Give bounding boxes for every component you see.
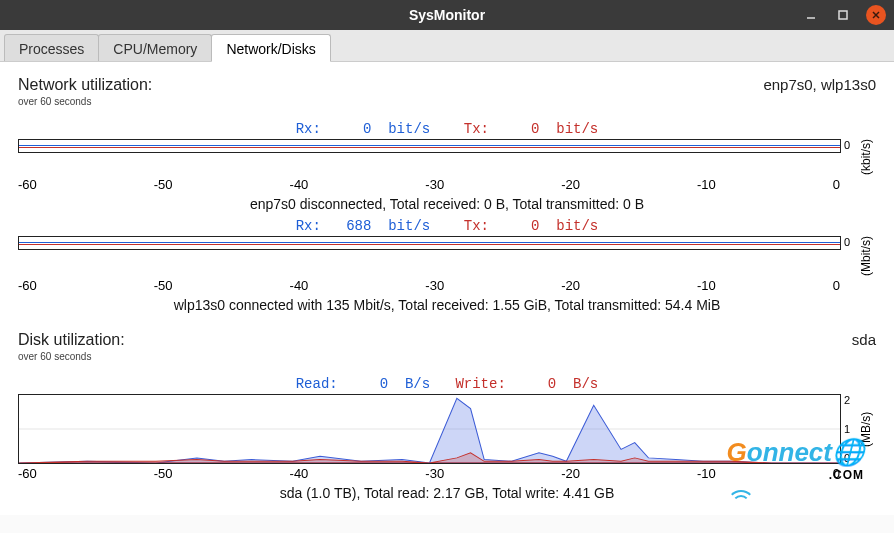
- network-section-head: Network utilization: enp7s0, wlp13s0: [18, 76, 876, 94]
- wlp13s0-summary: wlp13s0 connected with 135 Mbit/s, Total…: [18, 297, 876, 313]
- wlp13s0-chart: [18, 236, 841, 250]
- network-chart-enp7s0: Rx: 0 bit/s Tx: 0 bit/s 0 (kbit/s) -60-5…: [18, 121, 876, 212]
- sda-chart-svg: [19, 395, 840, 463]
- write-label: Write:: [455, 376, 505, 392]
- disk-devices: sda: [852, 331, 876, 348]
- write-unit: B/s: [573, 376, 598, 392]
- rx-line: [19, 145, 840, 146]
- disk-title: Disk utilization:: [18, 331, 125, 349]
- rx-line: [19, 242, 840, 243]
- disk-subhead: over 60 seconds: [18, 351, 876, 362]
- wlp13s0-yaxis: 0: [841, 236, 859, 276]
- tx-label: Tx:: [464, 121, 489, 137]
- read-value: 0: [380, 376, 388, 392]
- rx-unit: bit/s: [388, 121, 430, 137]
- network-devices: enp7s0, wlp13s0: [763, 76, 876, 93]
- write-value: 0: [548, 376, 556, 392]
- tx-unit: bit/s: [556, 218, 598, 234]
- network-title: Network utilization:: [18, 76, 152, 94]
- tab-network-disks[interactable]: Network/Disks: [211, 34, 330, 62]
- disk-chart-sda: Read: 0 B/s Write: 0 B/s 2 1 0 (MB/s) -6…: [18, 376, 876, 501]
- enp7s0-yaxis: 0: [841, 139, 859, 175]
- disk-section-head: Disk utilization: sda: [18, 331, 876, 349]
- maximize-button[interactable]: [834, 6, 852, 24]
- svg-rect-1: [839, 11, 847, 19]
- tx-unit: bit/s: [556, 121, 598, 137]
- wlp13s0-yunit: (Mbit/s): [859, 236, 876, 276]
- read-unit: B/s: [405, 376, 430, 392]
- tabbar: Processes CPU/Memory Network/Disks: [0, 30, 894, 62]
- sda-summary: sda (1.0 TB), Total read: 2.17 GB, Total…: [18, 485, 876, 501]
- rx-value: 688: [346, 218, 371, 234]
- window-controls: [802, 5, 886, 25]
- tx-line: [19, 244, 840, 245]
- sda-chart: [18, 394, 841, 464]
- wlp13s0-xaxis: -60-50-40-30-20-100: [18, 278, 840, 293]
- titlebar: SysMonitor: [0, 0, 894, 30]
- network-subhead: over 60 seconds: [18, 96, 876, 107]
- rx-label: Rx:: [296, 121, 321, 137]
- enp7s0-summary: enp7s0 disconnected, Total received: 0 B…: [18, 196, 876, 212]
- enp7s0-legend: Rx: 0 bit/s Tx: 0 bit/s: [18, 121, 876, 137]
- wlp13s0-legend: Rx: 688 bit/s Tx: 0 bit/s: [18, 218, 876, 234]
- rx-unit: bit/s: [388, 218, 430, 234]
- enp7s0-yunit: (kbit/s): [859, 139, 876, 175]
- enp7s0-chart: [18, 139, 841, 153]
- network-chart-wlp13s0: Rx: 688 bit/s Tx: 0 bit/s 0 (Mbit/s) -60…: [18, 218, 876, 313]
- content-pane: Network utilization: enp7s0, wlp13s0 ove…: [0, 62, 894, 515]
- sda-yunit: (MB/s): [859, 394, 876, 464]
- close-button[interactable]: [866, 5, 886, 25]
- tx-line: [19, 147, 840, 148]
- read-label: Read:: [296, 376, 338, 392]
- tab-cpu-memory[interactable]: CPU/Memory: [98, 34, 212, 61]
- sda-yaxis: 2 1 0: [841, 394, 859, 464]
- rx-label: Rx:: [296, 218, 321, 234]
- tx-label: Tx:: [464, 218, 489, 234]
- minimize-button[interactable]: [802, 6, 820, 24]
- enp7s0-xaxis: -60-50-40-30-20-100: [18, 177, 840, 192]
- tab-processes[interactable]: Processes: [4, 34, 99, 61]
- window-title: SysMonitor: [409, 7, 485, 23]
- sda-xaxis: -60-50-40-30-20-100: [18, 466, 840, 481]
- sda-legend: Read: 0 B/s Write: 0 B/s: [18, 376, 876, 392]
